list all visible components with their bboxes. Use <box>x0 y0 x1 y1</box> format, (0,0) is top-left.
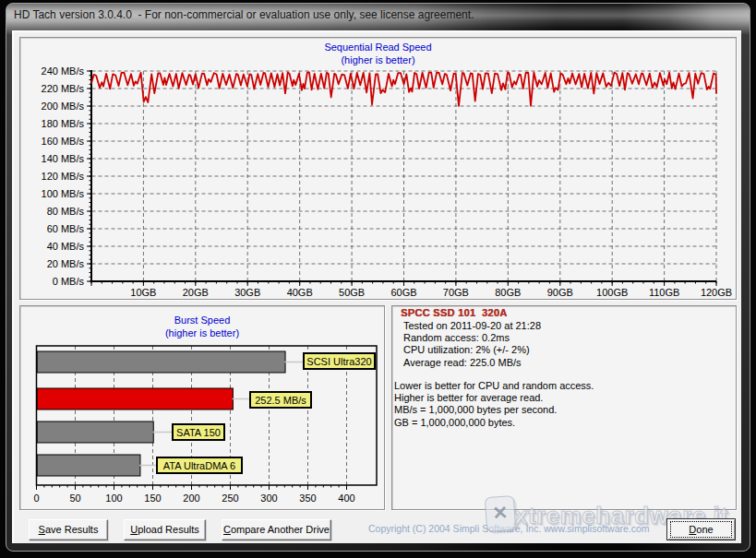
svg-text:350: 350 <box>299 493 316 504</box>
svg-text:40 MB/s: 40 MB/s <box>47 241 85 252</box>
svg-text:20 MB/s: 20 MB/s <box>47 258 85 269</box>
svg-text:70GB: 70GB <box>443 287 469 298</box>
svg-text:90GB: 90GB <box>547 287 573 298</box>
svg-text:10GB: 10GB <box>130 287 156 298</box>
svg-text:SATA 150: SATA 150 <box>176 427 221 438</box>
svg-text:200: 200 <box>183 493 199 504</box>
svg-text:0: 0 <box>33 493 39 504</box>
svg-text:40GB: 40GB <box>287 287 313 298</box>
svg-text:100: 100 <box>105 493 122 504</box>
svg-text:80 MB/s: 80 MB/s <box>47 206 85 217</box>
svg-text:250: 250 <box>222 493 238 504</box>
svg-text:110GB: 110GB <box>649 287 679 298</box>
svg-text:400: 400 <box>338 493 354 504</box>
svg-text:150: 150 <box>144 493 161 504</box>
svg-text:50: 50 <box>69 493 80 504</box>
svg-text:0 MB/s: 0 MB/s <box>53 276 85 287</box>
svg-text:30GB: 30GB <box>234 287 260 298</box>
svg-text:140 MB/s: 140 MB/s <box>42 153 85 164</box>
svg-text:60 MB/s: 60 MB/s <box>47 223 85 234</box>
svg-text:SCSI Ultra320: SCSI Ultra320 <box>306 356 371 367</box>
svg-text:240 MB/s: 240 MB/s <box>42 65 85 77</box>
svg-text:100 MB/s: 100 MB/s <box>42 188 85 199</box>
svg-text:ATA UltraDMA 6: ATA UltraDMA 6 <box>163 460 235 471</box>
svg-text:300: 300 <box>260 493 277 504</box>
svg-text:120 MB/s: 120 MB/s <box>42 171 85 182</box>
svg-text:80GB: 80GB <box>495 287 521 298</box>
svg-text:180 MB/s: 180 MB/s <box>42 118 85 129</box>
svg-text:252.5 MB/s: 252.5 MB/s <box>255 395 306 406</box>
svg-text:220 MB/s: 220 MB/s <box>42 83 85 94</box>
svg-text:120GB: 120GB <box>701 287 732 298</box>
svg-text:60GB: 60GB <box>390 287 416 298</box>
svg-text:160 MB/s: 160 MB/s <box>42 136 85 147</box>
svg-text:20GB: 20GB <box>183 287 209 298</box>
svg-text:200 MB/s: 200 MB/s <box>42 101 85 112</box>
svg-text:50GB: 50GB <box>339 287 365 298</box>
svg-text:100GB: 100GB <box>596 287 628 298</box>
